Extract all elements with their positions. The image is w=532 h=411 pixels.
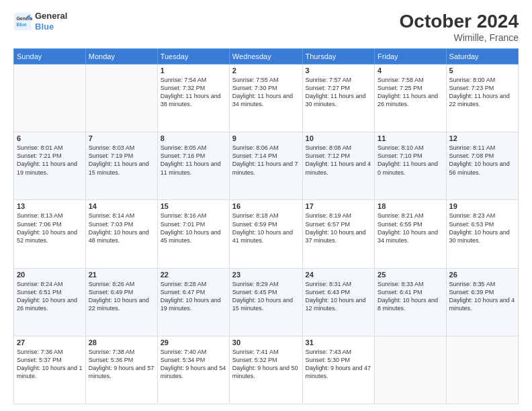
day-info: Sunrise: 8:01 AM Sunset: 7:21 PM Dayligh… <box>17 144 83 177</box>
day-info: Sunrise: 8:26 AM Sunset: 6:49 PM Dayligh… <box>89 280 154 313</box>
header-friday: Friday <box>375 49 447 64</box>
table-row: 26Sunrise: 8:35 AM Sunset: 6:39 PM Dayli… <box>446 268 518 336</box>
table-row: 7Sunrise: 8:03 AM Sunset: 7:19 PM Daylig… <box>85 132 157 200</box>
table-row: 13Sunrise: 8:13 AM Sunset: 7:06 PM Dayli… <box>14 200 86 268</box>
table-row: 22Sunrise: 8:28 AM Sunset: 6:47 PM Dayli… <box>157 268 229 336</box>
header: General Blue General Blue October 2024 W… <box>13 11 519 43</box>
day-info: Sunrise: 8:05 AM Sunset: 7:16 PM Dayligh… <box>161 144 226 177</box>
day-info: Sunrise: 7:41 AM Sunset: 5:32 PM Dayligh… <box>232 348 300 381</box>
day-info: Sunrise: 7:57 AM Sunset: 7:27 PM Dayligh… <box>306 76 372 109</box>
day-info: Sunrise: 8:31 AM Sunset: 6:43 PM Dayligh… <box>306 280 372 313</box>
day-number: 28 <box>89 338 154 347</box>
day-number: 19 <box>449 202 515 210</box>
table-row: 9Sunrise: 8:06 AM Sunset: 7:14 PM Daylig… <box>229 132 302 200</box>
logo-line2: Blue <box>35 21 67 32</box>
day-info: Sunrise: 7:43 AM Sunset: 5:30 PM Dayligh… <box>306 348 372 381</box>
table-row: 17Sunrise: 8:19 AM Sunset: 6:57 PM Dayli… <box>302 200 375 268</box>
day-info: Sunrise: 8:11 AM Sunset: 7:08 PM Dayligh… <box>449 144 515 177</box>
header-wednesday: Wednesday <box>229 49 302 64</box>
day-number: 6 <box>17 134 83 142</box>
table-row: 12Sunrise: 8:11 AM Sunset: 7:08 PM Dayli… <box>446 132 518 200</box>
day-number: 18 <box>378 202 443 210</box>
calendar: Sunday Monday Tuesday Wednesday Thursday… <box>13 48 519 404</box>
header-tuesday: Tuesday <box>157 49 229 64</box>
table-row: 30Sunrise: 7:41 AM Sunset: 5:32 PM Dayli… <box>229 336 302 404</box>
day-number: 21 <box>89 271 154 279</box>
table-row: 29Sunrise: 7:40 AM Sunset: 5:34 PM Dayli… <box>157 336 229 404</box>
table-row: 6Sunrise: 8:01 AM Sunset: 7:21 PM Daylig… <box>14 132 86 200</box>
table-row <box>375 336 447 404</box>
day-number: 10 <box>306 134 372 142</box>
logo-text: General Blue <box>35 11 67 32</box>
day-number: 25 <box>378 271 443 279</box>
table-row: 15Sunrise: 8:16 AM Sunset: 7:01 PM Dayli… <box>157 200 229 268</box>
day-info: Sunrise: 7:40 AM Sunset: 5:34 PM Dayligh… <box>161 348 226 381</box>
day-info: Sunrise: 7:54 AM Sunset: 7:32 PM Dayligh… <box>161 76 226 109</box>
day-info: Sunrise: 8:10 AM Sunset: 7:10 PM Dayligh… <box>378 144 443 177</box>
day-info: Sunrise: 8:13 AM Sunset: 7:06 PM Dayligh… <box>17 212 83 244</box>
day-info: Sunrise: 8:21 AM Sunset: 6:55 PM Dayligh… <box>378 212 443 244</box>
calendar-week-row: 1Sunrise: 7:54 AM Sunset: 7:32 PM Daylig… <box>14 64 519 132</box>
table-row <box>14 64 86 132</box>
table-row <box>446 336 518 404</box>
day-info: Sunrise: 8:03 AM Sunset: 7:19 PM Dayligh… <box>89 144 154 177</box>
logo: General Blue General Blue <box>13 11 67 32</box>
page: General Blue General Blue October 2024 W… <box>0 0 532 411</box>
day-info: Sunrise: 7:55 AM Sunset: 7:30 PM Dayligh… <box>232 76 300 109</box>
day-info: Sunrise: 8:06 AM Sunset: 7:14 PM Dayligh… <box>232 144 300 177</box>
day-info: Sunrise: 8:29 AM Sunset: 6:45 PM Dayligh… <box>232 280 300 313</box>
table-row: 19Sunrise: 8:23 AM Sunset: 6:53 PM Dayli… <box>446 200 518 268</box>
table-row: 8Sunrise: 8:05 AM Sunset: 7:16 PM Daylig… <box>157 132 229 200</box>
table-row: 11Sunrise: 8:10 AM Sunset: 7:10 PM Dayli… <box>375 132 447 200</box>
table-row: 21Sunrise: 8:26 AM Sunset: 6:49 PM Dayli… <box>85 268 157 336</box>
calendar-week-row: 6Sunrise: 8:01 AM Sunset: 7:21 PM Daylig… <box>14 132 519 200</box>
day-number: 20 <box>17 271 83 279</box>
table-row: 20Sunrise: 8:24 AM Sunset: 6:51 PM Dayli… <box>14 268 86 336</box>
table-row: 24Sunrise: 8:31 AM Sunset: 6:43 PM Dayli… <box>302 268 375 336</box>
table-row: 18Sunrise: 8:21 AM Sunset: 6:55 PM Dayli… <box>375 200 447 268</box>
logo-icon: General Blue <box>13 12 32 31</box>
day-number: 15 <box>161 202 226 210</box>
day-number: 27 <box>17 338 83 347</box>
day-number: 17 <box>306 202 372 210</box>
header-saturday: Saturday <box>446 49 518 64</box>
day-number: 1 <box>161 66 226 75</box>
title-block: October 2024 Wimille, France <box>400 11 519 43</box>
table-row: 3Sunrise: 7:57 AM Sunset: 7:27 PM Daylig… <box>302 64 375 132</box>
day-number: 23 <box>232 271 300 279</box>
header-thursday: Thursday <box>302 49 375 64</box>
day-number: 8 <box>161 134 226 142</box>
day-number: 7 <box>89 134 154 142</box>
day-number: 2 <box>232 66 300 75</box>
day-number: 12 <box>449 134 515 142</box>
table-row: 2Sunrise: 7:55 AM Sunset: 7:30 PM Daylig… <box>229 64 302 132</box>
day-info: Sunrise: 7:36 AM Sunset: 5:37 PM Dayligh… <box>17 348 83 381</box>
calendar-week-row: 27Sunrise: 7:36 AM Sunset: 5:37 PM Dayli… <box>14 336 519 404</box>
header-monday: Monday <box>85 49 157 64</box>
day-info: Sunrise: 8:00 AM Sunset: 7:23 PM Dayligh… <box>449 76 515 109</box>
day-info: Sunrise: 8:18 AM Sunset: 6:59 PM Dayligh… <box>232 212 300 244</box>
day-number: 31 <box>306 338 372 347</box>
calendar-week-row: 20Sunrise: 8:24 AM Sunset: 6:51 PM Dayli… <box>14 268 519 336</box>
table-row: 4Sunrise: 7:58 AM Sunset: 7:25 PM Daylig… <box>375 64 447 132</box>
table-row: 14Sunrise: 8:14 AM Sunset: 7:03 PM Dayli… <box>85 200 157 268</box>
day-number: 3 <box>306 66 372 75</box>
day-number: 22 <box>161 271 226 279</box>
table-row: 5Sunrise: 8:00 AM Sunset: 7:23 PM Daylig… <box>446 64 518 132</box>
day-number: 29 <box>161 338 226 347</box>
day-number: 26 <box>449 271 515 279</box>
day-number: 13 <box>17 202 83 210</box>
table-row <box>85 64 157 132</box>
day-info: Sunrise: 7:38 AM Sunset: 5:36 PM Dayligh… <box>89 348 154 381</box>
calendar-week-row: 13Sunrise: 8:13 AM Sunset: 7:06 PM Dayli… <box>14 200 519 268</box>
day-number: 14 <box>89 202 154 210</box>
month-title: October 2024 <box>400 11 519 32</box>
day-number: 30 <box>232 338 300 347</box>
day-info: Sunrise: 8:23 AM Sunset: 6:53 PM Dayligh… <box>449 212 515 244</box>
day-info: Sunrise: 7:58 AM Sunset: 7:25 PM Dayligh… <box>378 76 443 109</box>
logo-line1: General <box>35 11 67 21</box>
weekday-header-row: Sunday Monday Tuesday Wednesday Thursday… <box>14 49 519 64</box>
table-row: 10Sunrise: 8:08 AM Sunset: 7:12 PM Dayli… <box>302 132 375 200</box>
table-row: 28Sunrise: 7:38 AM Sunset: 5:36 PM Dayli… <box>85 336 157 404</box>
day-info: Sunrise: 8:33 AM Sunset: 6:41 PM Dayligh… <box>378 280 443 313</box>
